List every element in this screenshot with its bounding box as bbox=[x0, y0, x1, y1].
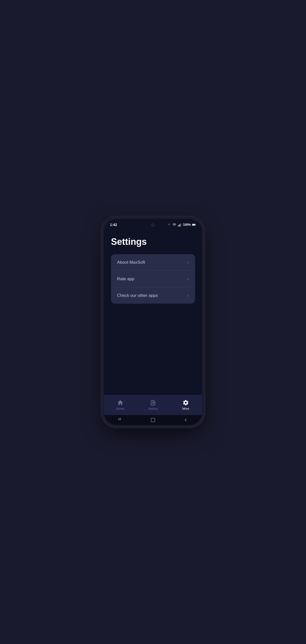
chevron-right-icon-other: › bbox=[187, 293, 189, 298]
nav-more-label: More bbox=[182, 407, 189, 410]
android-nav-bar bbox=[104, 415, 202, 425]
phone-frame: 1:42 100% bbox=[104, 219, 202, 425]
svg-rect-5 bbox=[195, 224, 196, 225]
nav-home-label: Home bbox=[116, 407, 124, 410]
camera-notch bbox=[148, 220, 158, 230]
battery-icon bbox=[192, 223, 196, 227]
svg-rect-12 bbox=[120, 420, 121, 420]
screen-body: Settings About MaxSoft › Rate app › Chec… bbox=[104, 229, 202, 395]
status-bar: 1:42 100% bbox=[104, 219, 202, 229]
svg-rect-7 bbox=[119, 418, 120, 419]
chevron-right-icon-rate: › bbox=[187, 276, 189, 282]
back-button[interactable] bbox=[181, 416, 191, 424]
settings-item-other-apps[interactable]: Check our other apps › bbox=[111, 287, 195, 304]
svg-rect-8 bbox=[119, 419, 120, 420]
svg-rect-10 bbox=[120, 418, 121, 419]
bottom-nav: Home History More bbox=[104, 395, 202, 415]
settings-item-rate-label: Rate app bbox=[117, 277, 134, 282]
more-icon bbox=[182, 399, 189, 406]
nav-item-home[interactable]: Home bbox=[104, 395, 137, 415]
svg-rect-9 bbox=[119, 420, 120, 420]
wifi-icon bbox=[172, 223, 176, 227]
page-title: Settings bbox=[111, 237, 195, 247]
svg-rect-6 bbox=[193, 224, 195, 225]
bluetooth-icon bbox=[167, 223, 171, 227]
history-icon bbox=[150, 399, 156, 406]
chevron-right-icon-about: › bbox=[187, 260, 189, 265]
battery-label: 100% bbox=[183, 223, 191, 226]
home-nav-icon bbox=[150, 418, 156, 423]
settings-item-other-apps-label: Check our other apps bbox=[117, 293, 158, 298]
svg-rect-2 bbox=[180, 224, 180, 226]
nav-item-history[interactable]: History bbox=[137, 395, 169, 415]
camera-dot bbox=[151, 223, 155, 227]
settings-item-rate[interactable]: Rate app › bbox=[111, 271, 195, 287]
svg-rect-11 bbox=[120, 419, 121, 420]
svg-rect-13 bbox=[151, 418, 155, 422]
svg-rect-0 bbox=[178, 225, 179, 226]
settings-item-about-label: About MaxSoft bbox=[117, 260, 145, 265]
svg-rect-3 bbox=[181, 223, 181, 226]
recents-button[interactable] bbox=[115, 416, 125, 424]
main-content: Settings About MaxSoft › Rate app › Chec… bbox=[104, 229, 202, 415]
signal-icon bbox=[178, 223, 182, 227]
svg-rect-1 bbox=[179, 225, 179, 226]
status-time: 1:42 bbox=[110, 223, 117, 227]
recents-icon bbox=[118, 418, 123, 423]
home-icon bbox=[117, 399, 124, 406]
back-icon bbox=[183, 418, 188, 423]
nav-history-label: History bbox=[148, 407, 158, 410]
settings-item-about[interactable]: About MaxSoft › bbox=[111, 254, 195, 271]
status-icons: 100% bbox=[167, 223, 196, 227]
nav-item-more[interactable]: More bbox=[169, 395, 202, 415]
home-button[interactable] bbox=[148, 416, 158, 424]
settings-card: About MaxSoft › Rate app › Check our oth… bbox=[111, 254, 195, 304]
